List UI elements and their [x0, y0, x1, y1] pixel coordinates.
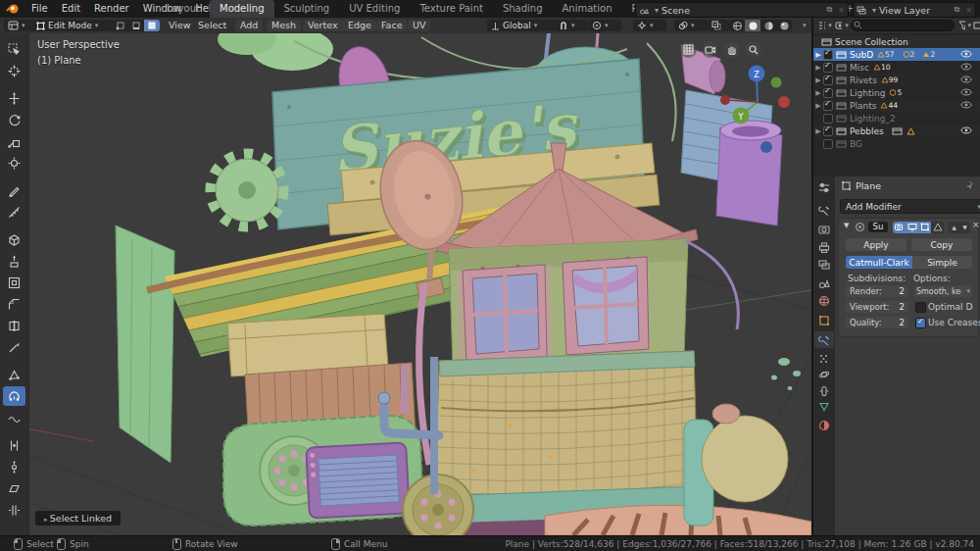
tab-output[interactable] — [814, 238, 834, 255]
tool-cursor[interactable] — [3, 61, 25, 80]
editmode-visibility-toggle[interactable] — [918, 222, 931, 233]
menu-edit[interactable]: Edit — [55, 0, 87, 18]
new-scene-icon[interactable]: ⧉ — [827, 5, 833, 15]
hide-eye-icon[interactable] — [960, 101, 972, 109]
filter-funnel-icon[interactable] — [958, 21, 965, 30]
collection-checkbox[interactable] — [823, 126, 833, 136]
display-mode-icon[interactable] — [835, 21, 843, 30]
blender-logo-icon[interactable] — [6, 3, 21, 15]
menu-add[interactable]: Add — [235, 20, 263, 31]
collection-checkbox[interactable] — [823, 114, 833, 124]
camera-view-button[interactable] — [702, 41, 718, 58]
grid-ortho-button[interactable] — [680, 41, 697, 58]
optimal-display-checkbox[interactable] — [915, 302, 926, 313]
outliner-row-lighting-2[interactable]: Lighting_2 — [813, 112, 980, 125]
outliner-search[interactable] — [849, 20, 955, 32]
outliner-row-misc[interactable]: ▶ Misc 10 — [813, 61, 980, 74]
editor-type-button[interactable]: ▾ — [4, 20, 35, 31]
cage-toggle[interactable] — [931, 222, 944, 233]
orientation-dropdown[interactable]: Global▾ — [487, 20, 556, 31]
hide-eye-icon[interactable] — [960, 88, 972, 96]
shading-dropdown-icon[interactable]: ▾ — [803, 22, 807, 29]
hide-eye-icon[interactable] — [960, 50, 972, 58]
mode-dropdown[interactable]: Edit Mode▾ — [32, 20, 115, 31]
tab-particles[interactable] — [814, 350, 834, 367]
collection-checkbox[interactable] — [823, 50, 833, 60]
tab-layout[interactable]: Layout — [157, 0, 210, 18]
tab-scene[interactable] — [814, 275, 834, 291]
menu-edge[interactable]: Edge — [343, 20, 376, 31]
tool-rotate[interactable] — [3, 110, 25, 129]
realtime-visibility-toggle[interactable] — [906, 222, 918, 233]
tab-shading[interactable]: Shading — [493, 0, 553, 18]
material-shading-button[interactable] — [760, 20, 776, 31]
pan-hand-button[interactable] — [723, 41, 740, 58]
wireframe-shading-button[interactable] — [729, 20, 745, 31]
panel-expand-icon[interactable]: ▼ — [844, 222, 849, 229]
tab-physics[interactable] — [814, 366, 834, 382]
proportional-edit-toggle[interactable]: ▾ — [588, 20, 621, 31]
outliner-row-plants[interactable]: ▶ Plants 44 — [813, 99, 980, 112]
menu-render[interactable]: Render — [87, 0, 136, 18]
tab-world[interactable] — [814, 292, 834, 309]
collection-checkbox[interactable] — [823, 139, 833, 149]
delete-modifier-button[interactable]: × — [972, 220, 980, 229]
tool-edge-slide[interactable] — [3, 435, 25, 455]
add-modifier-dropdown[interactable]: Add Modifier▾ — [840, 199, 980, 214]
tool-knife[interactable] — [3, 337, 25, 357]
tab-object[interactable] — [814, 312, 834, 328]
tab-uv-editing[interactable]: UV Editing — [339, 0, 410, 18]
tool-select-box[interactable] — [3, 39, 25, 59]
tab-modifiers[interactable] — [814, 331, 834, 348]
tab-render[interactable] — [814, 221, 834, 237]
uv-smooth-dropdown[interactable]: Smooth, keep c... ▾ — [913, 285, 972, 297]
outliner-row-lighting[interactable]: ▶ Lighting 5 — [813, 86, 980, 99]
gizmo-y-pos-ball[interactable] — [771, 77, 782, 88]
operator-panel[interactable]: ▸ Select Linked — [35, 511, 121, 526]
viewport-canvas[interactable]: Suzie's Suzie's — [0, 33, 811, 535]
gizmo-x-ball[interactable] — [778, 96, 790, 108]
solid-shading-button[interactable] — [745, 20, 760, 31]
navigation-gizmo[interactable]: Z Y — [713, 61, 802, 159]
copy-button[interactable]: Copy — [911, 238, 972, 251]
xray-toggle[interactable] — [708, 20, 729, 31]
tab-modeling[interactable]: Modeling — [210, 0, 274, 18]
tab-view-layer[interactable] — [814, 256, 834, 273]
outliner-row-subd[interactable]: ▶ SubD 57 2 2 — [813, 48, 980, 61]
collection-checkbox[interactable] — [823, 101, 833, 111]
tool-spin[interactable] — [3, 386, 25, 406]
collection-checkbox[interactable] — [823, 88, 833, 98]
outliner-row-bg[interactable]: BG — [813, 137, 980, 150]
tool-add-cube[interactable] — [3, 229, 25, 249]
use-creases-checkbox[interactable] — [915, 318, 926, 328]
tool-shear[interactable] — [3, 478, 25, 498]
simple-button[interactable]: Simple — [912, 256, 972, 269]
tool-inset-faces[interactable] — [3, 273, 25, 292]
menu-file[interactable]: File — [24, 0, 55, 18]
outliner-row-rivets[interactable]: ▶ Rivets 99 — [813, 74, 980, 86]
search-input[interactable] — [851, 20, 955, 31]
unlink-scene-icon[interactable]: × — [838, 6, 845, 15]
tool-extrude-region[interactable] — [3, 251, 25, 271]
view-layer-selector[interactable]: ▾View Layer ⧉ × — [853, 2, 976, 18]
menu-vertex[interactable]: Vertex — [303, 20, 343, 31]
tab-tool[interactable] — [814, 202, 834, 219]
render-visibility-toggle[interactable] — [893, 222, 906, 233]
pin-icon[interactable] — [965, 180, 974, 190]
tool-bevel[interactable] — [3, 294, 25, 314]
menu-view[interactable]: View — [169, 18, 191, 33]
tab-material[interactable] — [814, 417, 834, 433]
scene-selector[interactable]: ▾Scene ⧉ × — [635, 2, 849, 18]
face-select-button[interactable] — [144, 20, 160, 31]
tool-annotate[interactable] — [3, 180, 25, 200]
hide-eye-icon[interactable] — [960, 75, 972, 83]
outliner-row-scene-collection[interactable]: Scene Collection — [813, 35, 980, 48]
tab-animation[interactable]: Animation — [553, 0, 622, 18]
properties-editor-type-button[interactable] — [814, 179, 834, 196]
tool-move[interactable] — [3, 88, 25, 108]
new-collection-icon[interactable] — [973, 21, 980, 30]
tool-smooth[interactable] — [3, 408, 25, 427]
tool-scale[interactable] — [3, 131, 25, 151]
apply-button[interactable]: Apply — [846, 238, 906, 251]
vertex-select-button[interactable] — [113, 20, 128, 31]
